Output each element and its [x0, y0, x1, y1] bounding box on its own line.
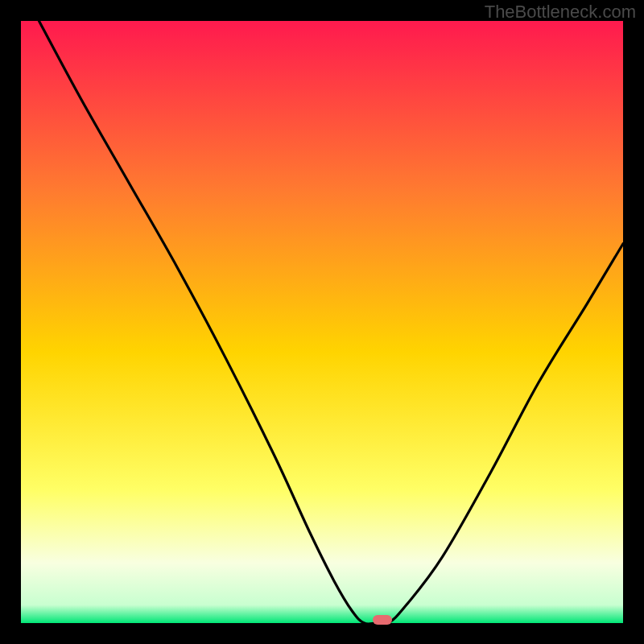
chart-frame — [21, 21, 623, 623]
bottleneck-curve — [21, 21, 623, 623]
watermark-text: TheBottleneck.com — [485, 2, 636, 23]
optimal-point-marker — [373, 615, 392, 625]
